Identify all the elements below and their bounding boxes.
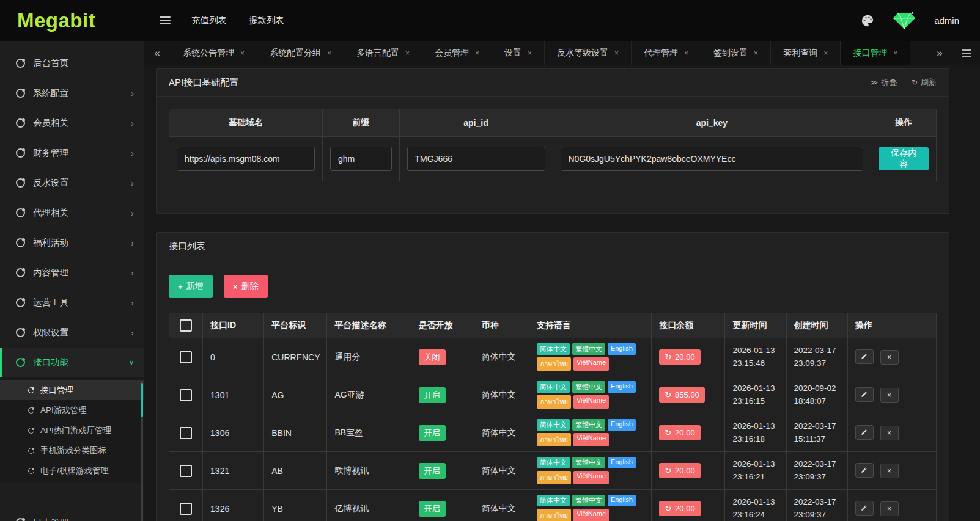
close-icon[interactable]: × xyxy=(240,49,245,57)
brand-logo[interactable]: Megabit xyxy=(0,0,144,41)
gem-icon[interactable] xyxy=(893,11,916,31)
close-icon[interactable]: × xyxy=(327,49,331,57)
row-checkbox[interactable] xyxy=(180,465,192,477)
created-date: 2020-09-02 xyxy=(794,382,840,395)
created-time: 15:11:37 xyxy=(794,433,840,446)
tab-interface-manage[interactable]: 接口管理 × xyxy=(841,41,910,65)
refresh-button[interactable]: ↻刷新 xyxy=(912,77,937,88)
sidebar-item-logs[interactable]: 日志管理 xyxy=(0,508,144,521)
sidebar-item-system-config[interactable]: 系统配置 › xyxy=(0,78,144,108)
row-checkbox[interactable] xyxy=(180,389,192,401)
tab-rebate-level[interactable]: 反水等级设置 × xyxy=(545,41,632,65)
sidebar-item-members[interactable]: 会员相关 › xyxy=(0,108,144,138)
select-all-checkbox[interactable] xyxy=(180,319,192,332)
sidebar-item-interface[interactable]: 接口功能 ∨ xyxy=(0,348,144,377)
table-row: 0 CURRENCY 通用分 关闭 简体中文 简体中文 繁體中文 English… xyxy=(169,338,937,376)
sidebar-subitem-slots-chess-games[interactable]: 电子/棋牌游戏管理 xyxy=(0,461,144,481)
row-checkbox[interactable] xyxy=(180,427,192,439)
lang-badge-vietnamese: ViệtName xyxy=(573,395,609,409)
edit-row-button[interactable] xyxy=(855,501,874,516)
lang-badge-thai: ภาษาไทย xyxy=(537,395,571,409)
tab-signin-settings[interactable]: 签到设置 × xyxy=(701,41,771,65)
close-icon[interactable]: × xyxy=(528,49,532,57)
sidebar-toggle-icon[interactable] xyxy=(157,12,173,29)
sidebar-item-dashboard[interactable]: 后台首页 xyxy=(0,48,144,78)
tab-member-manage[interactable]: 会员管理 × xyxy=(422,41,492,65)
delete-button[interactable]: ×删除 xyxy=(224,275,268,298)
close-icon[interactable]: × xyxy=(823,49,828,57)
delete-row-button[interactable]: × xyxy=(880,350,899,365)
balance-refresh-badge[interactable]: ↻20.00 xyxy=(659,463,700,478)
balance-refresh-badge[interactable]: ↻20.00 xyxy=(659,501,700,516)
close-icon[interactable]: × xyxy=(475,49,479,57)
lang-badge-traditional: 繁體中文 xyxy=(572,457,605,468)
collapse-button[interactable]: ≫折叠 xyxy=(870,77,897,88)
close-icon[interactable]: × xyxy=(754,49,758,57)
language-badges: 简体中文 繁體中文 English ภาษาไทย ViệtName xyxy=(537,419,644,446)
balance-refresh-badge[interactable]: ↻20.00 xyxy=(659,349,700,365)
tabs-menu-icon[interactable] xyxy=(953,41,980,65)
tab-arbitrage-query[interactable]: 套利查询 × xyxy=(771,41,841,65)
sidebar-item-rebate[interactable]: 反水设置 › xyxy=(0,168,144,198)
sidebar-scrollbar-thumb[interactable] xyxy=(141,383,143,417)
delete-row-button[interactable]: × xyxy=(880,388,899,403)
cell-currency: 简体中文 xyxy=(474,490,529,521)
row-checkbox[interactable] xyxy=(180,503,192,515)
sidebar-item-welfare[interactable]: 福利活动 › xyxy=(0,228,144,258)
api-id-input[interactable] xyxy=(407,147,545,171)
user-menu[interactable]: admin xyxy=(934,15,959,26)
api-config-panel: API接口基础配置 ≫折叠 ↻刷新 基础域名 前缀 api_id api_key xyxy=(156,68,949,214)
lang-badge-thai: ภาษาไทย xyxy=(537,357,571,371)
tab-label: 代理管理 xyxy=(644,48,678,59)
add-button[interactable]: +新增 xyxy=(169,275,213,298)
edit-row-button[interactable] xyxy=(855,463,874,478)
base-domain-input[interactable] xyxy=(177,147,315,171)
close-icon[interactable]: × xyxy=(614,49,619,57)
sidebar-subitem-interface-manage[interactable]: 接口管理 xyxy=(0,380,144,400)
balance-refresh-badge[interactable]: ↻20.00 xyxy=(659,425,700,440)
lang-badge-simplified: 简体中文 xyxy=(537,457,570,468)
delete-row-button[interactable]: × xyxy=(880,464,899,478)
nav-recharge-list[interactable]: 充值列表 xyxy=(191,15,227,26)
delete-row-button[interactable]: × xyxy=(880,501,899,516)
chevron-right-icon: › xyxy=(131,238,134,248)
prefix-input[interactable] xyxy=(330,147,392,171)
edit-row-button[interactable] xyxy=(855,425,874,440)
cell-platform-code: AG xyxy=(264,376,327,414)
sidebar-item-operation-tools[interactable]: 运营工具 › xyxy=(0,288,144,318)
sidebar-item-permissions[interactable]: 权限设置 › xyxy=(0,318,144,348)
sidebar-item-content[interactable]: 内容管理 › xyxy=(0,258,144,288)
tab-system-announcement[interactable]: 系统公告管理 × xyxy=(171,41,257,65)
tabs-scroll-right-icon[interactable]: » xyxy=(926,41,953,65)
tab-multilanguage[interactable]: 多语言配置 × xyxy=(344,41,422,65)
chevron-down-icon: ∨ xyxy=(129,359,134,366)
balance-refresh-badge[interactable]: ↻855.00 xyxy=(659,387,705,403)
row-checkbox[interactable] xyxy=(180,351,192,363)
close-icon[interactable]: × xyxy=(405,49,410,57)
sidebar-item-label: 系统配置 xyxy=(33,87,68,99)
save-button[interactable]: 保存内容 xyxy=(879,147,929,170)
sidebar-item-finance[interactable]: 财务管理 › xyxy=(0,138,144,168)
edit-row-button[interactable] xyxy=(855,387,874,402)
sidebar-subitem-api-hot-lobby[interactable]: API热门游戏厅管理 xyxy=(0,420,144,440)
tabs-scroll-left-icon[interactable]: « xyxy=(144,41,171,65)
cell-currency: 简体中文 xyxy=(474,338,529,376)
tab-config-group[interactable]: 系统配置分组 × xyxy=(257,41,344,65)
tab-settings[interactable]: 设置 × xyxy=(492,41,545,65)
api-key-input[interactable] xyxy=(561,147,864,171)
col-header-base-domain: 基础域名 xyxy=(169,109,323,137)
edit-row-button[interactable] xyxy=(855,349,874,364)
lang-badge-english: English xyxy=(608,457,636,468)
tab-label: 套利查询 xyxy=(783,48,817,59)
nav-withdraw-list[interactable]: 提款列表 xyxy=(249,15,284,26)
chevron-right-icon: › xyxy=(131,148,134,158)
theme-palette-icon[interactable] xyxy=(861,14,874,27)
tab-agent-manage[interactable]: 代理管理 × xyxy=(632,41,701,65)
updated-time: 23:16:15 xyxy=(732,395,778,408)
sidebar-item-agents[interactable]: 代理相关 › xyxy=(0,198,144,228)
delete-row-button[interactable]: × xyxy=(880,426,899,440)
sidebar-subitem-api-games[interactable]: API游戏管理 xyxy=(0,400,144,420)
sidebar-subitem-mobile-category-icons[interactable]: 手机游戏分类图标 xyxy=(0,440,144,461)
close-icon[interactable]: × xyxy=(684,49,688,57)
close-icon[interactable]: × xyxy=(893,49,897,57)
